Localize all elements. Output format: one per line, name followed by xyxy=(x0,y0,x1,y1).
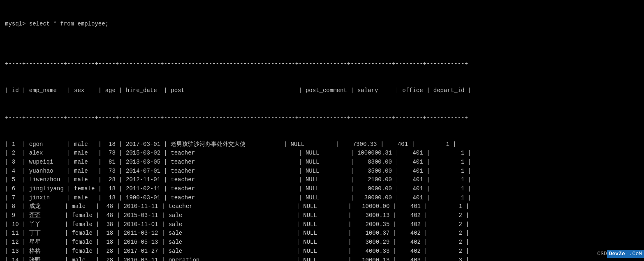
table-header: | id | emp_name | sex | age | hire_date … xyxy=(5,86,639,95)
table-row: | 12 | 星星 | female | 18 | 2016-05-13 | s… xyxy=(5,238,639,247)
table-row: | 13 | 格格 | female | 28 | 2017-01-27 | s… xyxy=(5,247,639,256)
terminal-window: mysql> select * from employee; +----+---… xyxy=(0,4,644,261)
watermark-csdn: CSD xyxy=(597,251,607,257)
table-row: | 4 | yuanhao | male | 73 | 2014-07-01 |… xyxy=(5,167,639,176)
table-row: | 5 | liwenzhou | male | 28 | 2012-11-01… xyxy=(5,176,639,185)
prompt-line: mysql> select * from employee; xyxy=(5,21,639,27)
table-row: | 8 | 成龙 | male | 48 | 2010-11-11 | teac… xyxy=(5,202,639,211)
table-row: | 6 | jingliyang | female | 18 | 2011-02… xyxy=(5,185,639,194)
table-row: | 7 | jinxin | male | 18 | 1900-03-01 | … xyxy=(5,194,639,203)
table-row: | 2 | alex | male | 78 | 2015-03-02 | te… xyxy=(5,149,639,158)
table-row: | 14 | 张野 | male | 28 | 2016-03-11 | ope… xyxy=(5,256,639,261)
table-container: +----+-----------+--------+-----+-------… xyxy=(5,42,639,261)
table-row: | 10 | 丫丫 | female | 38 | 2010-11-01 | s… xyxy=(5,220,639,229)
watermark: CSD DevZe .CoM xyxy=(597,250,644,258)
table-rows: | 1 | egon | male | 18 | 2017-03-01 | 老男… xyxy=(5,140,639,261)
table-row: | 11 | 丁丁 | female | 18 | 2011-03-12 | s… xyxy=(5,229,639,238)
separator-header: +----+-----------+--------+-----+-------… xyxy=(5,113,639,122)
watermark-com: .CoM xyxy=(627,250,644,258)
separator-top: +----+-----------+--------+-----+-------… xyxy=(5,60,639,69)
table-row: | 9 | 歪歪 | female | 48 | 2015-03-11 | sa… xyxy=(5,211,639,220)
watermark-devze: DevZe xyxy=(607,250,627,258)
table-row: | 1 | egon | male | 18 | 2017-03-01 | 老男… xyxy=(5,140,639,149)
table-row: | 3 | wupeiqi | male | 81 | 2013-03-05 |… xyxy=(5,158,639,167)
